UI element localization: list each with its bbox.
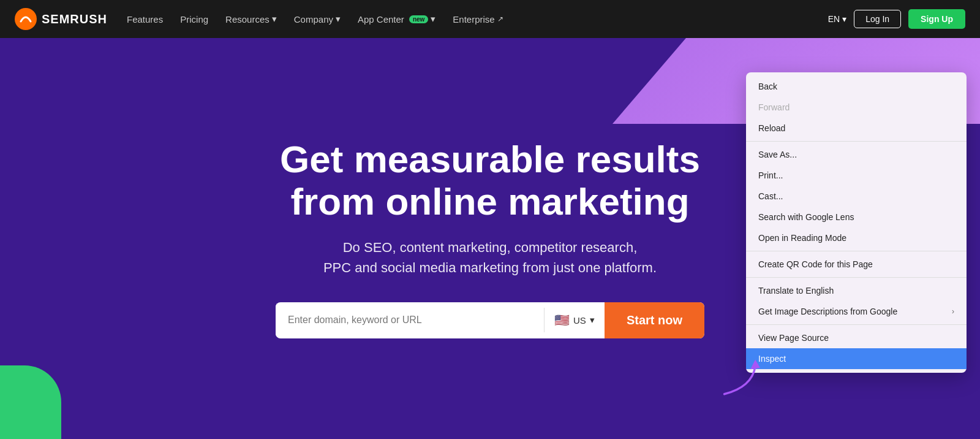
context-image-descriptions[interactable]: Get Image Descriptions from Google › [746,301,967,322]
separator-2 [746,251,967,251]
logo-text: SEMRUSH [42,12,107,26]
context-reading-mode[interactable]: Open in Reading Mode [746,227,967,248]
context-cast[interactable]: Cast... [746,186,967,207]
signup-button[interactable]: Sign Up [908,9,965,29]
svg-marker-1 [750,360,760,370]
context-menu: Back Forward Reload Save As... Print... … [746,72,967,373]
login-button[interactable]: Log In [854,10,901,28]
new-badge: new [409,15,428,23]
nav-resources[interactable]: Resources ▾ [225,13,277,25]
country-selector[interactable]: 🇺🇸 US ▾ [545,313,605,327]
separator-4 [746,324,967,325]
nav-right: EN ▾ Log In Sign Up [828,9,965,29]
hero-title: Get measurable results from online marke… [276,139,704,222]
separator-3 [746,277,967,278]
separator-1 [746,141,967,142]
submenu-arrow-icon: › [952,307,954,316]
search-input[interactable] [276,303,544,337]
chevron-down-icon: ▾ [842,14,846,24]
context-print[interactable]: Print... [746,165,967,186]
context-reload[interactable]: Reload [746,118,967,139]
logo[interactable]: SEMRUSH [15,8,107,30]
nav-links: Features Pricing Resources ▾ Company ▾ A… [127,13,809,25]
external-link-icon: ↗ [497,15,503,23]
hero-content: Get measurable results from online marke… [276,139,704,338]
context-forward: Forward [746,97,967,118]
arrow-decoration [710,346,766,401]
semrush-logo-icon [15,8,37,30]
nav-features[interactable]: Features [127,14,163,25]
context-back[interactable]: Back [746,76,967,97]
nav-company[interactable]: Company ▾ [294,13,341,25]
context-google-lens[interactable]: Search with Google Lens [746,207,967,227]
us-flag-icon: 🇺🇸 [554,313,570,327]
nav-pricing[interactable]: Pricing [180,14,208,25]
hero-subtitle: Do SEO, content marketing, competitor re… [276,237,704,278]
context-inspect[interactable]: Inspect [746,348,967,369]
svg-point-0 [15,8,37,30]
navbar: SEMRUSH Features Pricing Resources ▾ Com… [0,0,980,38]
search-bar: 🇺🇸 US ▾ Start now [276,302,704,338]
start-now-button[interactable]: Start now [605,302,704,338]
chevron-down-icon: ▾ [336,13,341,25]
chevron-down-icon: ▾ [272,13,277,25]
language-selector[interactable]: EN ▾ [828,14,846,24]
context-view-source[interactable]: View Page Source [746,327,967,348]
context-save-as[interactable]: Save As... [746,144,967,165]
chevron-down-icon: ▾ [431,13,435,25]
hero-bg-green [0,365,61,439]
nav-enterprise[interactable]: Enterprise ↗ [453,14,503,25]
chevron-down-icon: ▾ [590,315,595,326]
nav-app-center[interactable]: App Center new ▾ [358,13,435,25]
context-qr-code[interactable]: Create QR Code for this Page [746,254,967,275]
context-translate[interactable]: Translate to English [746,280,967,301]
